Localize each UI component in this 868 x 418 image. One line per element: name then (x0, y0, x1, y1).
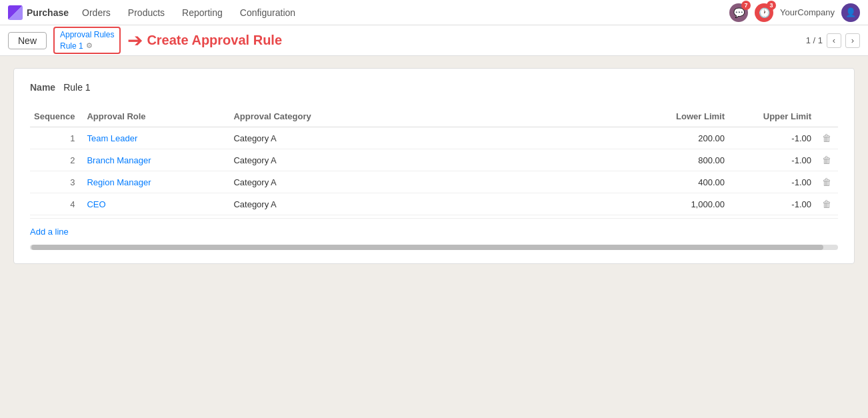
role-link[interactable]: Team Leader (87, 133, 137, 143)
cell-lower-limit: 200.00 (642, 127, 729, 149)
activity-badge: 3 (767, 1, 776, 10)
breadcrumb-box: Approval Rules Rule 1 ⚙ (53, 27, 121, 55)
cell-approval-role: Branch Manager (83, 149, 229, 171)
top-navigation: Purchase Orders Products Reporting Confi… (0, 0, 868, 25)
cell-upper-limit: -1.00 (729, 127, 815, 149)
create-approval-rule-label: Create Approval Rule (147, 33, 282, 48)
cell-upper-limit: -1.00 (729, 193, 815, 215)
top-right-actions: 💬 7 🕐 3 YourCompany 👤 (729, 3, 860, 22)
approval-rules-table: Sequence Approval Role Approval Category… (30, 106, 838, 215)
form-card: Name Rule 1 Sequence Approval Role Appro… (13, 68, 855, 264)
pagination-next-button[interactable]: › (845, 33, 860, 48)
table-row: 3 Region Manager Category A 400.00 -1.00… (30, 171, 838, 193)
table-row: 4 CEO Category A 1,000.00 -1.00 🗑 (30, 193, 838, 215)
cell-approval-category: Category A (229, 171, 642, 193)
menu-item-orders[interactable]: Orders (74, 3, 119, 22)
cell-approval-role: Team Leader (83, 127, 229, 149)
scrollbar-thumb (31, 245, 823, 250)
cell-delete: 🗑 (815, 127, 838, 149)
role-link[interactable]: CEO (87, 199, 105, 209)
cell-lower-limit: 800.00 (642, 149, 729, 171)
cell-sequence: 4 (30, 193, 83, 215)
name-field-row: Name Rule 1 (30, 82, 838, 93)
breadcrumb-current-row: Rule 1 ⚙ (60, 41, 114, 52)
logo-box-icon (8, 5, 23, 20)
add-line-button[interactable]: Add a line (30, 221, 69, 242)
cell-sequence: 1 (30, 127, 83, 149)
company-name: YourCompany (780, 7, 835, 17)
cell-lower-limit: 400.00 (642, 171, 729, 193)
settings-gear-icon[interactable]: ⚙ (86, 41, 93, 51)
pagination-controls: 1 / 1 ‹ › (806, 33, 860, 48)
cell-approval-category: Category A (229, 127, 642, 149)
delete-row-button[interactable]: 🗑 (819, 133, 834, 143)
breadcrumb-current[interactable]: Rule 1 (60, 41, 83, 52)
pagination-prev-button[interactable]: ‹ (827, 33, 841, 48)
new-button[interactable]: New (8, 32, 47, 49)
col-header-upper-limit: Upper Limit (729, 106, 815, 127)
chat-notifications-button[interactable]: 💬 7 (729, 3, 748, 22)
scrollbar-row: Add a line (30, 218, 838, 245)
role-link[interactable]: Region Manager (87, 177, 151, 187)
table-header-row: Sequence Approval Role Approval Category… (30, 106, 838, 127)
user-avatar[interactable]: 👤 (841, 3, 860, 22)
cell-upper-limit: -1.00 (729, 149, 815, 171)
cell-approval-category: Category A (229, 149, 642, 171)
col-header-delete (815, 106, 838, 127)
cell-approval-category: Category A (229, 193, 642, 215)
cell-approval-role: Region Manager (83, 171, 229, 193)
page-total: 1 (818, 35, 823, 45)
menu-item-configuration[interactable]: Configuration (232, 3, 303, 22)
cell-lower-limit: 1,000.00 (642, 193, 729, 215)
horizontal-scrollbar[interactable] (30, 245, 838, 250)
col-header-approval-role: Approval Role (83, 106, 229, 127)
right-arrow-icon: ➔ (127, 31, 143, 50)
secondary-bar: New Approval Rules Rule 1 ⚙ ➔ Create App… (0, 25, 868, 56)
cell-delete: 🗑 (815, 171, 838, 193)
cell-approval-role: CEO (83, 193, 229, 215)
col-header-approval-category: Approval Category (229, 106, 642, 127)
menu-item-reporting[interactable]: Reporting (174, 3, 231, 22)
delete-row-button[interactable]: 🗑 (819, 155, 834, 165)
secondary-left-actions: New Approval Rules Rule 1 ⚙ ➔ Create App… (8, 27, 282, 55)
delete-row-button[interactable]: 🗑 (819, 177, 834, 187)
role-link[interactable]: Branch Manager (87, 155, 151, 165)
cell-sequence: 3 (30, 171, 83, 193)
delete-row-button[interactable]: 🗑 (819, 199, 834, 209)
cell-upper-limit: -1.00 (729, 171, 815, 193)
menu-item-products[interactable]: Products (120, 3, 173, 22)
activity-notifications-button[interactable]: 🕐 3 (755, 3, 773, 22)
cell-delete: 🗑 (815, 149, 838, 171)
main-content: Name Rule 1 Sequence Approval Role Appro… (0, 56, 868, 276)
name-label: Name (30, 82, 55, 93)
chat-badge: 7 (741, 1, 751, 10)
cell-sequence: 2 (30, 149, 83, 171)
col-header-sequence: Sequence (30, 106, 83, 127)
create-arrow-container: ➔ Create Approval Rule (127, 31, 282, 50)
col-header-lower-limit: Lower Limit (642, 106, 729, 127)
breadcrumb-parent[interactable]: Approval Rules (60, 29, 114, 41)
table-row: 1 Team Leader Category A 200.00 -1.00 🗑 (30, 127, 838, 149)
app-name: Purchase (27, 7, 69, 18)
table-row: 2 Branch Manager Category A 800.00 -1.00… (30, 149, 838, 171)
app-logo[interactable]: Purchase (8, 5, 69, 20)
page-current: 1 (806, 35, 811, 45)
cell-delete: 🗑 (815, 193, 838, 215)
top-menu: Orders Products Reporting Configuration (74, 3, 729, 22)
pagination-text: 1 / 1 (806, 35, 823, 45)
name-value: Rule 1 (63, 82, 90, 93)
